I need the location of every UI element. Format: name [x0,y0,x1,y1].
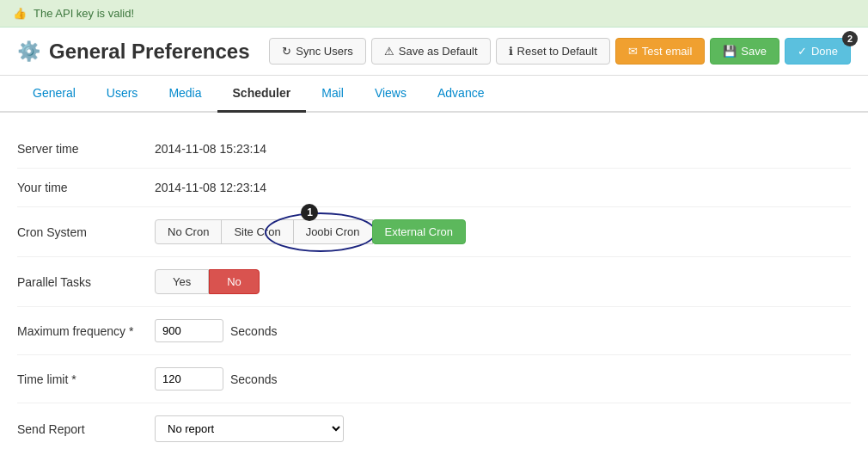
notification-message: The API key is valid! [34,7,134,20]
main-content: Server time 2014-11-08 15:23:14 Your tim… [0,113,868,449]
done-button-wrapper: ✓ Done 2 [785,38,851,65]
tab-scheduler[interactable]: Scheduler [217,76,307,113]
cron-external-cron-button[interactable]: External Cron [372,219,466,244]
save-as-default-button[interactable]: ⚠ Save as Default [371,38,491,65]
test-email-button[interactable]: ✉ Test email [615,38,706,65]
reset-to-default-button[interactable]: ℹ Reset to Default [496,38,610,65]
max-frequency-input-group: Seconds [155,319,277,342]
send-report-label: Send Report [17,422,155,436]
max-frequency-row: Maximum frequency * Seconds [17,307,851,355]
info-icon: ℹ [509,45,513,58]
notification-bar: 👍 The API key is valid! [0,0,868,28]
header-title-group: ⚙️ General Preferences [17,40,249,64]
parallel-tasks-label: Parallel Tasks [17,275,155,289]
parallel-tasks-row: Parallel Tasks Yes No [17,257,851,307]
server-time-label: Server time [17,142,155,156]
cron-system-label: Cron System [17,225,155,239]
tab-users[interactable]: Users [91,76,154,113]
tab-media[interactable]: Media [153,76,217,113]
tab-views[interactable]: Views [359,76,422,113]
header-actions: ↻ Sync Users ⚠ Save as Default ℹ Reset t… [269,38,851,65]
gear-icon: ⚙️ [17,40,40,63]
tab-general[interactable]: General [17,76,91,113]
warning-icon: ⚠ [384,45,394,58]
save-icon: 💾 [723,45,737,58]
cron-system-row: Cron System No Cron Site Cron Joobi Cron… [17,207,851,257]
save-button[interactable]: 💾 Save [710,38,779,65]
thumbs-up-icon: 👍 [13,7,27,20]
server-time-row: Server time 2014-11-08 15:23:14 [17,130,851,169]
server-time-value: 2014-11-08 15:23:14 [155,142,266,156]
done-button[interactable]: ✓ Done [785,38,851,65]
time-limit-unit: Seconds [230,372,277,386]
parallel-tasks-group: Yes No [155,269,260,294]
send-report-row: Send Report No report [17,403,851,449]
done-badge: 2 [842,31,858,46]
parallel-no-button[interactable]: No [209,269,260,294]
cron-no-cron-button[interactable]: No Cron [155,219,222,244]
time-limit-label: Time limit * [17,372,155,386]
check-icon: ✓ [798,45,807,58]
sync-icon: ↻ [282,45,291,58]
your-time-value: 2014-11-08 12:23:14 [155,181,266,194]
time-limit-input[interactable] [155,367,223,391]
send-report-select[interactable]: No report [155,415,344,442]
tab-advance[interactable]: Advance [422,76,499,113]
cron-buttons: No Cron Site Cron Joobi Cron External Cr… [155,219,465,244]
your-time-label: Your time [17,181,155,194]
page-title: General Preferences [49,40,249,64]
max-frequency-unit: Seconds [230,324,277,338]
time-limit-input-group: Seconds [155,367,277,391]
time-limit-row: Time limit * Seconds [17,355,851,403]
cron-system-group: No Cron Site Cron Joobi Cron External Cr… [155,219,465,244]
tab-mail[interactable]: Mail [306,76,359,113]
max-frequency-label: Maximum frequency * [17,324,155,338]
sync-users-button[interactable]: ↻ Sync Users [269,38,365,65]
your-time-row: Your time 2014-11-08 12:23:14 [17,169,851,207]
parallel-yes-button[interactable]: Yes [155,269,209,294]
email-icon: ✉ [628,45,638,58]
max-frequency-input[interactable] [155,319,223,342]
cron-site-cron-button[interactable]: Site Cron [221,219,293,244]
header: ⚙️ General Preferences ↻ Sync Users ⚠ Sa… [0,28,868,76]
nav-tabs: General Users Media Scheduler Mail Views… [0,76,868,113]
cron-joobi-cron-button[interactable]: Joobi Cron [293,219,373,244]
